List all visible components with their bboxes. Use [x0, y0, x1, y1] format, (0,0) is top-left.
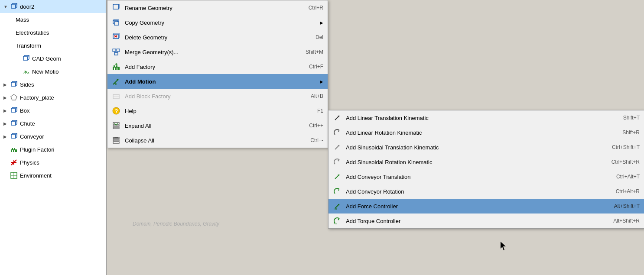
menu-item-rename[interactable]: Rename Geometry Ctrl+R: [107, 0, 328, 15]
svg-rect-45: [113, 67, 120, 70]
menu-item-collapse-all[interactable]: Collapse All Ctrl+-: [107, 133, 328, 148]
submenu-item-conveyor-trans[interactable]: Add Conveyor Translation Ctrl+Alt+T: [329, 169, 644, 184]
force-controller-icon: Fx: [332, 201, 342, 211]
chevron-factory-plate: ▶: [3, 95, 10, 100]
submenu-item-force-controller[interactable]: Fx Add Force Controller Alt+Shift+T: [329, 199, 644, 214]
chevron-conveyor: ▶: [3, 134, 10, 139]
submenu-item-sinusoidal-trans-kin[interactable]: Add Sinusoidal Translation Kinematic Ctr…: [329, 140, 644, 155]
chevron-sides: ▶: [3, 82, 10, 87]
svg-rect-25: [14, 150, 15, 152]
tree-item-mass[interactable]: Mass: [0, 13, 106, 26]
menu-shortcut-merge: Shift+M: [306, 49, 323, 55]
svg-text:Fx: Fx: [113, 82, 117, 85]
svg-rect-47: [116, 65, 117, 67]
svg-rect-42: [114, 52, 118, 55]
pentagon-icon-factory-plate: [10, 93, 18, 102]
cube-icon-sides: [10, 80, 18, 89]
menu-label-help: Help: [125, 108, 309, 114]
submenu-shortcut-force-controller: Alt+Shift+T: [614, 203, 640, 209]
submenu-label-conveyor-trans: Add Conveyor Translation: [346, 174, 608, 180]
menu-item-copy[interactable]: Copy Geometry ▶: [107, 15, 328, 30]
submenu-item-sinusoidal-rot-kin[interactable]: Add Sinusoidal Rotation Kinematic Ctrl+S…: [329, 155, 644, 169]
torque-controller-icon: Fx: [332, 216, 342, 226]
tree-item-plugin-factories[interactable]: Plugin Factori: [0, 143, 106, 156]
submenu-shortcut-sinusoidal-rot-kin: Ctrl+Shift+R: [611, 159, 640, 165]
tree-item-physics[interactable]: Physics: [0, 156, 106, 169]
tree-label-box: Box: [20, 107, 104, 114]
expand-all-icon: [111, 120, 121, 131]
linear-rot-kin-icon: [332, 127, 342, 138]
svg-rect-64: [113, 142, 119, 143]
tree-label-transform: Transform: [16, 42, 104, 49]
conveyor-rot-icon: [332, 186, 342, 197]
tree-label-door2: door2: [20, 3, 104, 10]
factory-icon: [111, 61, 121, 72]
tree-label-environment: Environment: [20, 172, 104, 179]
submenu-item-conveyor-rot[interactable]: Add Conveyor Rotation Ctrl+Alt+R: [329, 184, 644, 199]
menu-label-copy: Copy Geometry: [125, 19, 318, 26]
submenu-item-torque-controller[interactable]: Fx Add Torque Controller Alt+Shift+R: [329, 214, 644, 228]
submenu-shortcut-torque-controller: Alt+Shift+R: [613, 218, 640, 224]
tree-item-transform[interactable]: Transform: [0, 39, 106, 52]
cursor: [501, 242, 507, 250]
tree-item-chute[interactable]: ▶ Chute: [0, 117, 106, 130]
submenu-item-linear-trans-kin[interactable]: Add Linear Translation Kinematic Shift+T: [329, 110, 644, 125]
tree-label-cad-geom: CAD Geom: [32, 55, 104, 62]
menu-item-add-block-factory: Add Block Factory Alt+B: [107, 89, 328, 104]
submenu-label-conveyor-rot: Add Conveyor Rotation: [346, 188, 607, 195]
svg-rect-46: [114, 65, 115, 67]
svg-rect-40: [113, 49, 116, 52]
menu-shortcut-add-factory: Ctrl+F: [309, 64, 323, 70]
chevron-chute: ▶: [3, 121, 10, 126]
menu-item-delete[interactable]: Delete Geometry Del: [107, 30, 328, 45]
chevron-box: ▶: [3, 108, 10, 113]
svg-rect-21: [11, 149, 17, 152]
svg-text:Fx: Fx: [25, 71, 29, 74]
submenu-shortcut-conveyor-trans: Ctrl+Alt+T: [616, 174, 640, 180]
tree-item-factory-plate[interactable]: ▶ Factory_plate: [0, 91, 106, 104]
cube-icon-chute: [10, 119, 18, 128]
menu-item-expand-all[interactable]: Expand All Ctrl++: [107, 118, 328, 133]
tree-item-cad-geom[interactable]: CAD Geom: [0, 52, 106, 65]
svg-rect-32: [113, 5, 118, 9]
motion-icon: Fx: [111, 76, 121, 87]
tree-item-environment[interactable]: Environment: [0, 169, 106, 182]
tree-label-mass: Mass: [16, 16, 104, 23]
svg-rect-41: [117, 49, 120, 52]
tree-item-box[interactable]: ▶ Box: [0, 104, 106, 117]
svg-marker-68: [338, 130, 339, 132]
menu-item-add-motion[interactable]: Fx Add Motion ▶: [107, 74, 328, 89]
svg-text:Fx: Fx: [334, 207, 337, 210]
tree-item-sides[interactable]: ▶ Sides: [0, 78, 106, 91]
tree-item-conveyor[interactable]: ▶ Conveyor: [0, 130, 106, 143]
tree-item-new-motion[interactable]: ↗ Fx New Motio: [0, 65, 106, 78]
svg-rect-24: [12, 150, 13, 152]
submenu-shortcut-conveyor-rot: Ctrl+Alt+R: [616, 188, 640, 194]
tree-item-electrostatics[interactable]: Electrostatics: [0, 26, 106, 39]
tree-item-door2[interactable]: ▼ door2: [0, 0, 106, 13]
svg-rect-8: [11, 83, 16, 86]
menu-shortcut-expand-all: Ctrl++: [309, 123, 323, 129]
submenu-label-sinusoidal-rot-kin: Add Sinusoidal Rotation Kinematic: [346, 159, 603, 165]
submenu-label-force-controller: Add Force Controller: [346, 203, 605, 210]
menu-item-merge[interactable]: Merge Geometry(s)... Shift+M: [107, 45, 328, 59]
collapse-all-icon: [111, 135, 121, 146]
svg-rect-18: [11, 135, 16, 138]
menu-label-add-motion: Add Motion: [125, 78, 318, 85]
cube-icon-box: [10, 106, 18, 115]
env-icon: [10, 171, 18, 180]
svg-rect-59: [113, 123, 119, 124]
svg-rect-12: [11, 109, 16, 112]
tree-label-conveyor: Conveyor: [20, 133, 104, 140]
menu-item-add-factory[interactable]: Add Factory Ctrl+F: [107, 59, 328, 74]
submenu-shortcut-linear-trans-kin: Shift+T: [623, 115, 640, 121]
submenu-item-linear-rot-kin[interactable]: Add Linear Rotation Kinematic Shift+R: [329, 125, 644, 140]
menu-shortcut-add-block-factory: Alt+B: [311, 93, 323, 99]
merge-icon: [111, 47, 121, 57]
submenu-add-motion: Add Linear Translation Kinematic Shift+T…: [328, 110, 644, 229]
linear-trans-kin-icon: [332, 113, 342, 123]
menu-label-delete: Delete Geometry: [125, 34, 307, 41]
menu-item-help[interactable]: ? Help F1: [107, 104, 328, 118]
svg-rect-0: [11, 5, 16, 8]
submenu-label-torque-controller: Add Torque Controller: [346, 218, 605, 224]
